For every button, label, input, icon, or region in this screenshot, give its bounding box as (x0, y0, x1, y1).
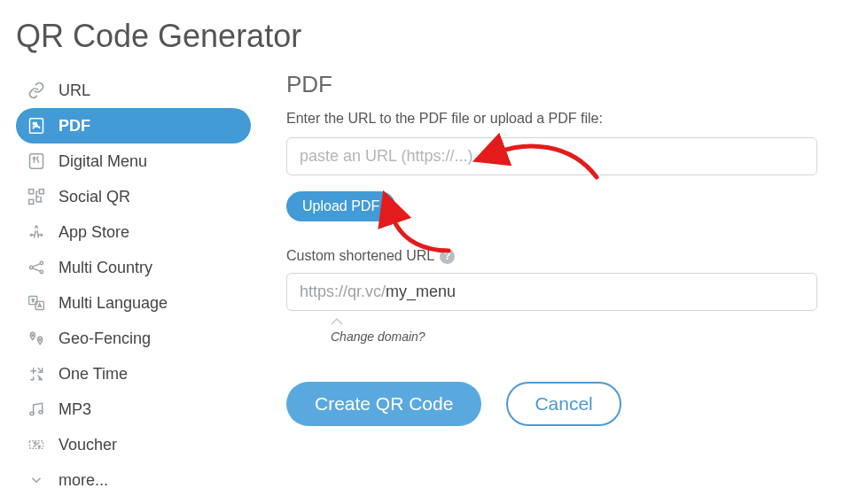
social-icon (25, 188, 48, 205)
multi-country-icon (25, 259, 48, 276)
custom-url-prefix: https://qr.vc/ (287, 274, 386, 310)
sidebar-item-label: more... (59, 471, 108, 490)
multi-language-icon (25, 294, 48, 312)
sidebar-item-more[interactable]: more... (16, 462, 251, 498)
svg-point-1 (33, 122, 35, 125)
caret-indicator (331, 313, 817, 329)
svg-point-8 (30, 266, 33, 268)
pdf-icon (25, 117, 48, 135)
svg-point-14 (39, 339, 41, 341)
sidebar-item-label: Multi Language (59, 294, 168, 313)
link-icon (25, 81, 48, 99)
sidebar-item-label: Voucher (59, 436, 117, 454)
sidebar-item-url[interactable]: URL (16, 73, 251, 108)
sidebar: URL PDF Digital Menu Social QR App Store (16, 64, 251, 498)
sidebar-item-label: Social QR (59, 188, 130, 206)
create-qr-button[interactable]: Create QR Code (286, 382, 481, 426)
sidebar-item-label: Geo-Fencing (59, 330, 151, 348)
section-title: PDF (286, 71, 817, 98)
svg-point-16 (39, 411, 43, 414)
svg-rect-5 (39, 190, 43, 194)
svg-point-6 (30, 235, 32, 236)
svg-point-10 (40, 270, 43, 273)
sidebar-item-label: App Store (59, 223, 129, 242)
sidebar-item-one-time[interactable]: One Time (16, 356, 251, 392)
sidebar-item-label: Digital Menu (59, 152, 147, 171)
upload-pdf-button[interactable]: Upload PDF (286, 191, 395, 221)
voucher-icon (25, 436, 48, 454)
sidebar-item-geo-fencing[interactable]: Geo-Fencing (16, 321, 251, 356)
sidebar-item-label: One Time (59, 365, 128, 384)
sidebar-item-social-qr[interactable]: Social QR (16, 179, 251, 214)
sidebar-item-label: URL (59, 81, 90, 100)
change-domain-link[interactable]: Change domain? (331, 330, 426, 344)
svg-rect-4 (29, 199, 34, 204)
svg-point-7 (41, 235, 43, 236)
help-icon[interactable]: ? (440, 249, 455, 264)
svg-point-9 (40, 261, 43, 264)
svg-point-13 (32, 335, 34, 337)
chevron-down-icon (25, 472, 48, 488)
svg-rect-2 (30, 154, 43, 169)
sidebar-item-digital-menu[interactable]: Digital Menu (16, 143, 251, 179)
sidebar-item-app-store[interactable]: App Store (16, 214, 251, 250)
music-icon (25, 400, 48, 418)
page-title: QR Code Generator (0, 0, 851, 64)
svg-rect-0 (30, 119, 43, 134)
url-field-label: Enter the URL to the PDF file or upload … (286, 111, 817, 127)
one-time-icon (25, 365, 48, 383)
svg-rect-3 (29, 190, 34, 194)
custom-url-input[interactable] (386, 274, 816, 310)
menu-icon (25, 152, 48, 170)
pdf-url-input[interactable] (286, 137, 817, 175)
sidebar-item-pdf[interactable]: PDF (16, 108, 251, 143)
sidebar-item-multi-language[interactable]: Multi Language (16, 285, 251, 321)
sidebar-item-label: MP3 (59, 400, 91, 419)
sidebar-item-mp3[interactable]: MP3 (16, 392, 251, 427)
app-store-icon (25, 223, 48, 241)
sidebar-item-voucher[interactable]: Voucher (16, 427, 251, 462)
sidebar-item-multi-country[interactable]: Multi Country (16, 250, 251, 285)
sidebar-item-label: Multi Country (59, 259, 152, 277)
main-panel: PDF Enter the URL to the PDF file or upl… (251, 64, 835, 498)
cancel-button[interactable]: Cancel (506, 382, 621, 426)
custom-url-label: Custom shortened URL (286, 248, 434, 264)
geo-fencing-icon (25, 330, 48, 347)
svg-point-15 (30, 412, 34, 415)
sidebar-item-label: PDF (59, 117, 90, 136)
custom-url-input-wrapper: https://qr.vc/ (286, 273, 817, 311)
